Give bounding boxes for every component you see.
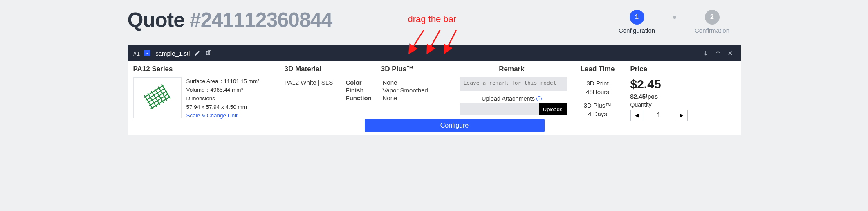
price-column: Price $2.45 $2.45/pcs Quantity ◀ 1 ▶ <box>626 61 741 135</box>
edit-icon[interactable] <box>193 49 201 57</box>
step-separator-dot <box>673 16 676 19</box>
price-header: Price <box>630 65 735 76</box>
plus-function-value: None <box>383 94 449 101</box>
configure-button[interactable]: Configure <box>365 119 545 132</box>
page-title: Quote #241112360844 <box>128 8 332 32</box>
item-header-bar[interactable]: #1 ✓ sample_1.stl <box>128 45 741 61</box>
plus-header: 3D Plus™ <box>346 65 449 76</box>
lead-3dprint-label: 3D Print <box>575 79 621 88</box>
plus-color-key: Color <box>346 79 383 86</box>
quote-number: #241112360844 <box>190 9 332 31</box>
qty-value: 1 <box>643 110 675 121</box>
quote-word: Quote <box>128 9 190 31</box>
upload-attachments-label: Upload Attachments <box>482 95 535 102</box>
lead-3dprint-value: 48Hours <box>575 88 621 96</box>
volume-value: 4965.44 mm³ <box>211 87 243 93</box>
plus-column: 3D Plus™ Color None Finish Vapor Smoothe… <box>340 61 455 121</box>
qty-decrement-button[interactable]: ◀ <box>631 110 643 121</box>
series-column: PA12 Series Surface Area：1110 <box>128 61 279 135</box>
surface-area-value: 11101.15 mm² <box>224 78 260 84</box>
dimensions-label: Dimensions： <box>186 95 221 101</box>
volume-label: Volume： <box>186 87 211 93</box>
step-confirmation[interactable]: 2 Confirmation <box>684 10 741 34</box>
plus-finish-key: Finish <box>346 87 383 94</box>
price-per-piece: $2.45/pcs <box>630 93 735 100</box>
material-value: PA12 White | SLS <box>285 79 334 86</box>
item-index: #1 <box>133 50 140 57</box>
line-item-card: PA12 Series Surface Area：1110 <box>128 61 741 135</box>
duplicate-icon[interactable] <box>204 49 213 57</box>
lead-time-header: Lead Time <box>575 65 621 76</box>
step-configuration[interactable]: 1 Configuration <box>608 10 666 34</box>
step-1-label: Configuration <box>619 27 655 34</box>
move-down-icon[interactable] <box>701 48 711 58</box>
material-header: 3D Material <box>285 65 334 76</box>
move-up-icon[interactable] <box>713 48 723 58</box>
surface-area-label: Surface Area： <box>186 78 224 84</box>
lead-time-column: Lead Time 3D Print 48Hours 3D Plus™ 4 Da… <box>569 61 626 135</box>
part-specs: Surface Area：11101.15 mm² Volume：4965.44… <box>186 77 260 120</box>
uploads-button[interactable]: Uploads <box>539 103 567 115</box>
upload-field[interactable] <box>460 103 539 115</box>
step-2-circle: 2 <box>705 10 720 25</box>
scale-change-unit-link[interactable]: Scale & Change Unit <box>186 112 260 120</box>
quantity-label: Quantity <box>630 101 735 108</box>
info-icon[interactable]: i <box>536 96 542 101</box>
part-thumbnail[interactable] <box>133 77 182 118</box>
series-header: PA12 Series <box>133 65 273 76</box>
price-amount: $2.45 <box>630 77 735 91</box>
plus-color-value: None <box>383 79 449 86</box>
qty-increment-button[interactable]: ▶ <box>675 110 687 121</box>
plus-function-key: Function <box>346 94 383 101</box>
remark-column: Remark Upload Attachments i Uploads <box>455 61 569 121</box>
close-icon[interactable] <box>725 48 735 58</box>
material-column: 3D Material PA12 White | SLS <box>279 61 340 135</box>
step-2-label: Confirmation <box>695 27 729 34</box>
item-filename: sample_1.stl <box>155 50 190 57</box>
dimensions-value: 57.94 x 57.94 x 4.50 mm <box>186 104 247 110</box>
quantity-stepper[interactable]: ◀ 1 ▶ <box>630 110 688 121</box>
step-indicator: 1 Configuration 2 Confirmation <box>608 8 741 34</box>
step-1-circle: 1 <box>630 10 644 25</box>
lead-3dplus-value: 4 Days <box>575 110 621 118</box>
remark-header: Remark <box>460 65 563 76</box>
remark-input[interactable] <box>460 77 567 91</box>
lead-3dplus-label: 3D Plus™ <box>575 101 621 110</box>
item-checkbox[interactable]: ✓ <box>144 50 150 56</box>
plus-finish-value: Vapor Smoothed <box>383 87 449 94</box>
